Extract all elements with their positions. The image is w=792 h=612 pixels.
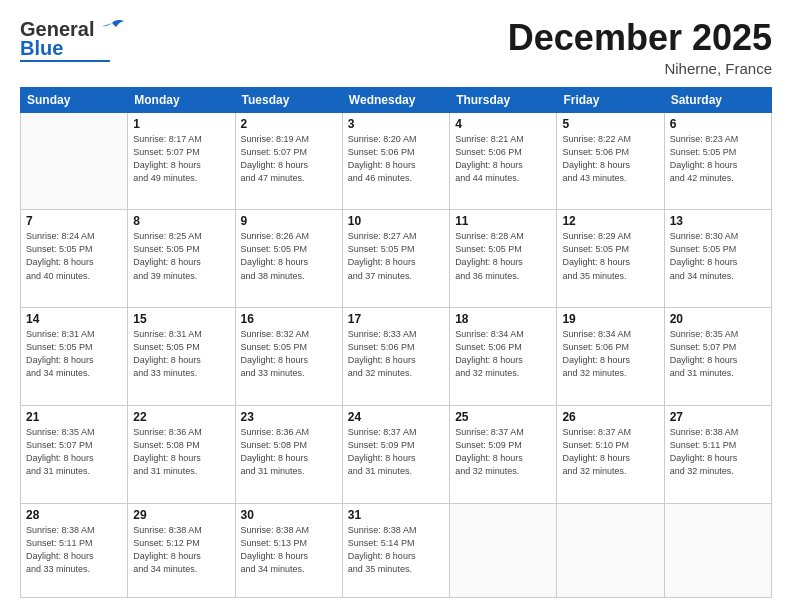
- day-number: 26: [562, 410, 658, 424]
- day-info: Sunrise: 8:17 AMSunset: 5:07 PMDaylight:…: [133, 133, 229, 185]
- day-number: 28: [26, 508, 122, 522]
- day-info: Sunrise: 8:23 AMSunset: 5:05 PMDaylight:…: [670, 133, 766, 185]
- day-info: Sunrise: 8:31 AMSunset: 5:05 PMDaylight:…: [133, 328, 229, 380]
- day-info: Sunrise: 8:21 AMSunset: 5:06 PMDaylight:…: [455, 133, 551, 185]
- logo: General Blue: [20, 18, 126, 64]
- day-number: 31: [348, 508, 444, 522]
- day-number: 27: [670, 410, 766, 424]
- day-info: Sunrise: 8:38 AMSunset: 5:11 PMDaylight:…: [670, 426, 766, 478]
- day-number: 23: [241, 410, 337, 424]
- col-monday: Monday: [128, 87, 235, 112]
- day-number: 6: [670, 117, 766, 131]
- table-row: 27Sunrise: 8:38 AMSunset: 5:11 PMDayligh…: [664, 405, 771, 503]
- day-number: 1: [133, 117, 229, 131]
- table-row: 4Sunrise: 8:21 AMSunset: 5:06 PMDaylight…: [450, 112, 557, 210]
- table-row: [557, 503, 664, 597]
- table-row: 11Sunrise: 8:28 AMSunset: 5:05 PMDayligh…: [450, 210, 557, 308]
- day-info: Sunrise: 8:29 AMSunset: 5:05 PMDaylight:…: [562, 230, 658, 282]
- day-info: Sunrise: 8:35 AMSunset: 5:07 PMDaylight:…: [26, 426, 122, 478]
- day-number: 13: [670, 214, 766, 228]
- table-row: [21, 112, 128, 210]
- day-info: Sunrise: 8:38 AMSunset: 5:14 PMDaylight:…: [348, 524, 444, 576]
- table-row: 5Sunrise: 8:22 AMSunset: 5:06 PMDaylight…: [557, 112, 664, 210]
- day-number: 2: [241, 117, 337, 131]
- day-number: 14: [26, 312, 122, 326]
- table-row: 3Sunrise: 8:20 AMSunset: 5:06 PMDaylight…: [342, 112, 449, 210]
- table-row: 16Sunrise: 8:32 AMSunset: 5:05 PMDayligh…: [235, 308, 342, 406]
- page: General Blue December 2025 Niherne, Fran…: [0, 0, 792, 612]
- day-info: Sunrise: 8:38 AMSunset: 5:12 PMDaylight:…: [133, 524, 229, 576]
- table-row: 7Sunrise: 8:24 AMSunset: 5:05 PMDaylight…: [21, 210, 128, 308]
- table-row: [664, 503, 771, 597]
- day-number: 7: [26, 214, 122, 228]
- month-title: December 2025: [508, 18, 772, 58]
- col-sunday: Sunday: [21, 87, 128, 112]
- day-info: Sunrise: 8:33 AMSunset: 5:06 PMDaylight:…: [348, 328, 444, 380]
- table-row: 10Sunrise: 8:27 AMSunset: 5:05 PMDayligh…: [342, 210, 449, 308]
- day-info: Sunrise: 8:36 AMSunset: 5:08 PMDaylight:…: [133, 426, 229, 478]
- calendar-week-row: 7Sunrise: 8:24 AMSunset: 5:05 PMDaylight…: [21, 210, 772, 308]
- day-number: 25: [455, 410, 551, 424]
- day-number: 15: [133, 312, 229, 326]
- table-row: 2Sunrise: 8:19 AMSunset: 5:07 PMDaylight…: [235, 112, 342, 210]
- day-info: Sunrise: 8:24 AMSunset: 5:05 PMDaylight:…: [26, 230, 122, 282]
- day-info: Sunrise: 8:32 AMSunset: 5:05 PMDaylight:…: [241, 328, 337, 380]
- location-subtitle: Niherne, France: [508, 60, 772, 77]
- calendar-week-row: 1Sunrise: 8:17 AMSunset: 5:07 PMDaylight…: [21, 112, 772, 210]
- table-row: 1Sunrise: 8:17 AMSunset: 5:07 PMDaylight…: [128, 112, 235, 210]
- day-number: 30: [241, 508, 337, 522]
- day-info: Sunrise: 8:22 AMSunset: 5:06 PMDaylight:…: [562, 133, 658, 185]
- table-row: 30Sunrise: 8:38 AMSunset: 5:13 PMDayligh…: [235, 503, 342, 597]
- day-number: 19: [562, 312, 658, 326]
- table-row: 24Sunrise: 8:37 AMSunset: 5:09 PMDayligh…: [342, 405, 449, 503]
- day-number: 24: [348, 410, 444, 424]
- day-number: 29: [133, 508, 229, 522]
- day-info: Sunrise: 8:26 AMSunset: 5:05 PMDaylight:…: [241, 230, 337, 282]
- col-friday: Friday: [557, 87, 664, 112]
- day-number: 22: [133, 410, 229, 424]
- table-row: 31Sunrise: 8:38 AMSunset: 5:14 PMDayligh…: [342, 503, 449, 597]
- table-row: 14Sunrise: 8:31 AMSunset: 5:05 PMDayligh…: [21, 308, 128, 406]
- title-block: December 2025 Niherne, France: [508, 18, 772, 77]
- day-info: Sunrise: 8:36 AMSunset: 5:08 PMDaylight:…: [241, 426, 337, 478]
- day-number: 11: [455, 214, 551, 228]
- logo-bird-icon: [98, 19, 126, 41]
- col-thursday: Thursday: [450, 87, 557, 112]
- table-row: 15Sunrise: 8:31 AMSunset: 5:05 PMDayligh…: [128, 308, 235, 406]
- table-row: 8Sunrise: 8:25 AMSunset: 5:05 PMDaylight…: [128, 210, 235, 308]
- table-row: 17Sunrise: 8:33 AMSunset: 5:06 PMDayligh…: [342, 308, 449, 406]
- table-row: [450, 503, 557, 597]
- day-info: Sunrise: 8:28 AMSunset: 5:05 PMDaylight:…: [455, 230, 551, 282]
- day-info: Sunrise: 8:30 AMSunset: 5:05 PMDaylight:…: [670, 230, 766, 282]
- logo-blue: Blue: [20, 37, 63, 60]
- calendar-header-row: Sunday Monday Tuesday Wednesday Thursday…: [21, 87, 772, 112]
- day-info: Sunrise: 8:35 AMSunset: 5:07 PMDaylight:…: [670, 328, 766, 380]
- day-info: Sunrise: 8:34 AMSunset: 5:06 PMDaylight:…: [562, 328, 658, 380]
- col-tuesday: Tuesday: [235, 87, 342, 112]
- day-info: Sunrise: 8:38 AMSunset: 5:13 PMDaylight:…: [241, 524, 337, 576]
- calendar-week-row: 28Sunrise: 8:38 AMSunset: 5:11 PMDayligh…: [21, 503, 772, 597]
- table-row: 18Sunrise: 8:34 AMSunset: 5:06 PMDayligh…: [450, 308, 557, 406]
- day-number: 16: [241, 312, 337, 326]
- day-info: Sunrise: 8:31 AMSunset: 5:05 PMDaylight:…: [26, 328, 122, 380]
- table-row: 26Sunrise: 8:37 AMSunset: 5:10 PMDayligh…: [557, 405, 664, 503]
- table-row: 19Sunrise: 8:34 AMSunset: 5:06 PMDayligh…: [557, 308, 664, 406]
- day-number: 5: [562, 117, 658, 131]
- col-saturday: Saturday: [664, 87, 771, 112]
- table-row: 20Sunrise: 8:35 AMSunset: 5:07 PMDayligh…: [664, 308, 771, 406]
- table-row: 6Sunrise: 8:23 AMSunset: 5:05 PMDaylight…: [664, 112, 771, 210]
- table-row: 29Sunrise: 8:38 AMSunset: 5:12 PMDayligh…: [128, 503, 235, 597]
- day-info: Sunrise: 8:20 AMSunset: 5:06 PMDaylight:…: [348, 133, 444, 185]
- col-wednesday: Wednesday: [342, 87, 449, 112]
- day-number: 12: [562, 214, 658, 228]
- header: General Blue December 2025 Niherne, Fran…: [20, 18, 772, 77]
- table-row: 28Sunrise: 8:38 AMSunset: 5:11 PMDayligh…: [21, 503, 128, 597]
- day-number: 3: [348, 117, 444, 131]
- day-info: Sunrise: 8:19 AMSunset: 5:07 PMDaylight:…: [241, 133, 337, 185]
- table-row: 21Sunrise: 8:35 AMSunset: 5:07 PMDayligh…: [21, 405, 128, 503]
- day-info: Sunrise: 8:37 AMSunset: 5:09 PMDaylight:…: [455, 426, 551, 478]
- day-number: 10: [348, 214, 444, 228]
- day-info: Sunrise: 8:25 AMSunset: 5:05 PMDaylight:…: [133, 230, 229, 282]
- day-info: Sunrise: 8:37 AMSunset: 5:09 PMDaylight:…: [348, 426, 444, 478]
- day-number: 17: [348, 312, 444, 326]
